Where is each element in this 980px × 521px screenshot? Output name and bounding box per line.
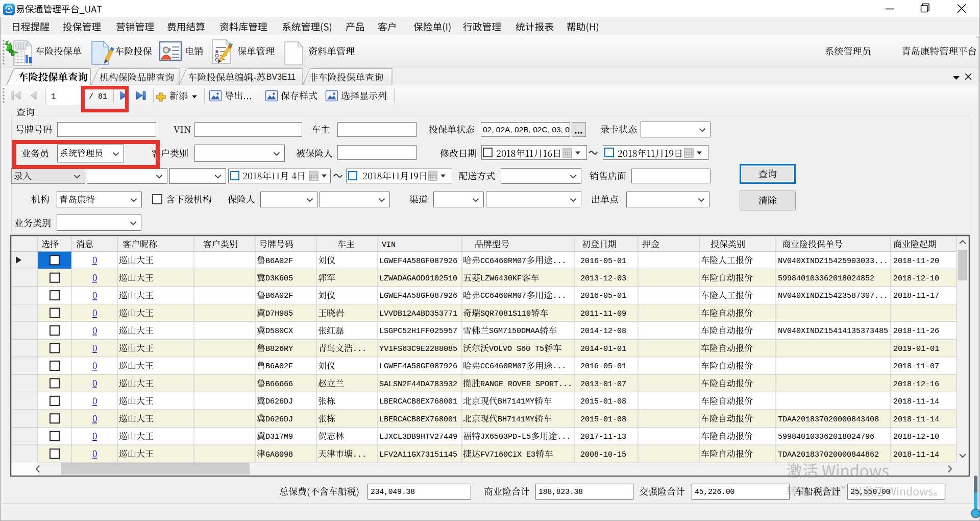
svg-text:B6A02F: B6A02F (265, 292, 293, 300)
svg-text:02, 02A, 02B, 02C, 03, 0: 02, 02A, 02B, 02C, 03, 0 (483, 125, 570, 134)
svg-text:TDAA201837020000844862: TDAA201837020000844862 (778, 451, 879, 459)
svg-text:LBERCACB8EX768001: LBERCACB8EX768001 (379, 397, 457, 406)
svg-text:SQR7081S110: SQR7081S110 (480, 310, 531, 318)
svg-text:...: ... (353, 345, 366, 353)
svg-text:VOLVO S60 T5: VOLVO S60 T5 (489, 345, 544, 353)
svg-text:YV1FS63C9E2288085: YV1FS63C9E2288085 (379, 345, 457, 353)
svg-text:2014-12-08: 2014-12-08 (580, 327, 626, 336)
svg-text:...: ... (552, 292, 566, 300)
svg-text:LSGPC52H1FF025957: LSGPC52H1FF025957 (379, 327, 457, 336)
svg-text:234,049.38: 234,049.38 (371, 488, 415, 496)
svg-text:D626DJ: D626DJ (265, 397, 293, 406)
svg-text:LGWEF4A58GF087926: LGWEF4A58GF087926 (379, 257, 457, 266)
svg-text:CC6460RM07: CC6460RM07 (480, 362, 526, 371)
svg-text:LBERCACB8EX768001: LBERCACB8EX768001 (379, 415, 457, 424)
svg-text:2018-11-26: 2018-11-26 (893, 327, 939, 336)
svg-text:2018-11-07: 2018-11-07 (893, 362, 939, 371)
svg-text:B6A02F: B6A02F (265, 362, 293, 371)
svg-text:SALSN2F44DA783932: SALSN2F44DA783932 (379, 380, 457, 389)
svg-text:CC6460RM07: CC6460RM07 (480, 257, 526, 266)
svg-text:LZWADAGAOD9102510: LZWADAGAOD9102510 (379, 274, 457, 283)
svg-text:LGWEF4A58GF087926: LGWEF4A58GF087926 (379, 362, 457, 371)
svg-text:LVVDB12A4BD353771: LVVDB12A4BD353771 (379, 310, 457, 318)
svg-text:B826RY: B826RY (265, 345, 293, 353)
svg-text:2018-12-10: 2018-12-10 (893, 433, 939, 441)
svg-text:2019-01-01: 2019-01-01 (893, 345, 939, 353)
svg-text:45,226.00: 45,226.00 (695, 488, 734, 496)
svg-text:2016-05-01: 2016-05-01 (580, 257, 626, 266)
svg-text:2018-12-16: 2018-12-16 (893, 380, 939, 389)
svg-text:NV040XINDZ15423587307...: NV040XINDZ15423587307... (778, 292, 888, 300)
svg-text:VIN: VIN (382, 241, 396, 249)
svg-text:2018-11-14: 2018-11-14 (893, 451, 939, 459)
svg-text:D3K605: D3K605 (265, 274, 293, 283)
svg-text:D626DJ: D626DJ (265, 415, 293, 424)
svg-text:JX6503PD-L5: JX6503PD-L5 (480, 433, 531, 441)
svg-text:D580CX: D580CX (265, 327, 293, 336)
svg-text:BH7141MY: BH7141MY (498, 415, 534, 424)
svg-text:FV7160CiX E3: FV7160CiX E3 (480, 451, 535, 459)
svg-text:D7H985: D7H985 (265, 310, 293, 318)
svg-text:LJXCL3DB9HTV27449: LJXCL3DB9HTV27449 (379, 433, 457, 441)
svg-text:2016-05-01: 2016-05-01 (580, 292, 626, 300)
svg-text:599840103362018024852: 599840103362018024852 (778, 274, 874, 283)
svg-text:BV3E11: BV3E11 (266, 73, 296, 81)
svg-text:...: ... (552, 362, 566, 371)
svg-text:2013-01-07: 2013-01-07 (580, 380, 626, 389)
svg-text:CC6460RM07: CC6460RM07 (480, 292, 526, 300)
svg-text:...: ... (353, 451, 366, 459)
svg-text:...: ... (557, 433, 571, 441)
svg-text:GA8098: GA8098 (265, 451, 293, 459)
svg-text:2018-12-10: 2018-12-10 (893, 274, 939, 283)
svg-text:...: ... (552, 257, 566, 266)
svg-text:TDAA201837020000843408: TDAA201837020000843408 (778, 415, 879, 424)
svg-text:2011-11-09: 2011-11-09 (580, 310, 626, 318)
svg-text:2016-05-01: 2016-05-01 (580, 362, 626, 371)
svg-text:BH7141MY: BH7141MY (498, 397, 534, 406)
svg-text:2014-01-01: 2014-01-01 (580, 345, 626, 353)
svg-text:LZW6430KF: LZW6430KF (480, 274, 522, 283)
svg-text:2015-01-08: 2015-01-08 (580, 415, 626, 424)
svg-text:2015-01-08: 2015-01-08 (580, 397, 626, 406)
svg-text:2018-11-14: 2018-11-14 (893, 415, 939, 424)
svg-text:D317M9: D317M9 (265, 433, 293, 441)
svg-text:LGWEF4A58GF087926: LGWEF4A58GF087926 (379, 292, 457, 300)
svg-text:LFV2A11GX73151145: LFV2A11GX73151145 (379, 451, 457, 459)
svg-text:599840103362018024796: 599840103362018024796 (778, 433, 874, 441)
svg-text:/ 81: / 81 (89, 92, 107, 101)
svg-text:1: 1 (51, 92, 56, 102)
svg-text:2008-10-15: 2008-10-15 (580, 451, 626, 459)
svg-text:B6A02F: B6A02F (265, 257, 293, 266)
svg-text:B66666: B66666 (265, 380, 293, 389)
svg-text:NV040XINDZ15425903033...: NV040XINDZ15425903033... (778, 257, 888, 266)
svg-text:2013-12-03: 2013-12-03 (580, 274, 626, 283)
svg-text:2018-11-14: 2018-11-14 (893, 397, 939, 406)
svg-text:RANGE ROVER SPORT...: RANGE ROVER SPORT... (480, 380, 572, 389)
svg-text:188,823.38: 188,823.38 (538, 488, 583, 496)
svg-text:2017-11-13: 2017-11-13 (580, 433, 626, 441)
svg-text:SGM7150DMAA: SGM7150DMAA (489, 327, 540, 336)
svg-text:2018-11-20: 2018-11-20 (893, 257, 939, 266)
svg-text:2018-11-17: 2018-11-17 (893, 292, 939, 300)
svg-text:NV040XINDZ15414135373485: NV040XINDZ15414135373485 (778, 327, 888, 336)
